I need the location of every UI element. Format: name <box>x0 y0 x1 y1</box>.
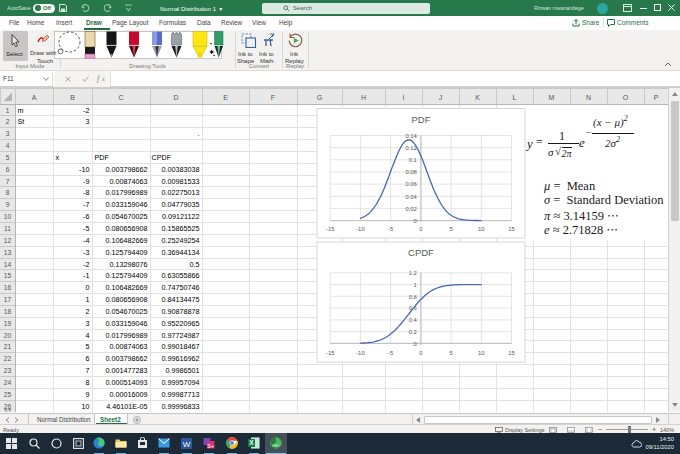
svg-text:0.63055866: 0.63055866 <box>162 271 200 280</box>
svg-text:X: X <box>249 439 254 446</box>
svg-text:C: C <box>118 94 123 101</box>
svg-text:0.054670025: 0.054670025 <box>106 307 148 316</box>
svg-text:-5: -5 <box>388 350 394 356</box>
svg-text:10: 10 <box>82 402 90 411</box>
svg-text:L: L <box>513 94 517 101</box>
svg-text:B: B <box>70 94 75 101</box>
svg-text:0.06: 0.06 <box>405 181 417 187</box>
svg-text:0.033159046: 0.033159046 <box>106 200 148 209</box>
svg-text:9: 9 <box>86 390 90 399</box>
svg-text:0.017996989: 0.017996989 <box>106 331 148 340</box>
svg-text:0.003798662: 0.003798662 <box>106 354 148 363</box>
svg-text:-5: -5 <box>388 226 394 232</box>
svg-text:18: 18 <box>4 308 12 315</box>
svg-text:10: 10 <box>478 226 485 232</box>
svg-text:PDF: PDF <box>412 114 431 125</box>
svg-text:P: P <box>654 94 659 101</box>
svg-text:-6: -6 <box>83 212 89 221</box>
svg-text:21: 21 <box>4 343 12 350</box>
svg-text:0.00874063: 0.00874063 <box>110 342 148 351</box>
svg-text:3: 3 <box>6 130 10 137</box>
svg-text:4.46101E-05: 4.46101E-05 <box>106 402 147 411</box>
svg-text:-10: -10 <box>356 350 365 356</box>
svg-text:-10: -10 <box>79 165 89 174</box>
svg-text:PDF: PDF <box>95 153 110 162</box>
svg-text:0.00874063: 0.00874063 <box>110 177 148 186</box>
svg-text:17: 17 <box>4 296 12 303</box>
svg-text:-10: -10 <box>356 226 365 232</box>
svg-text:0.84134475: 0.84134475 <box>162 295 200 304</box>
svg-text:8: 8 <box>86 378 90 387</box>
svg-text:M: M <box>549 94 555 101</box>
svg-text:0.99987713: 0.99987713 <box>162 390 200 399</box>
svg-text:0.74750746: 0.74750746 <box>162 283 200 292</box>
svg-text:12: 12 <box>4 237 12 244</box>
svg-text:3: 3 <box>86 117 90 126</box>
svg-text:-7: -7 <box>83 200 89 209</box>
svg-text:25: 25 <box>4 391 12 398</box>
svg-text:9: 9 <box>6 201 10 208</box>
svg-text:0.14: 0.14 <box>405 133 417 139</box>
svg-text:0.00016009: 0.00016009 <box>110 390 148 399</box>
svg-text:J: J <box>439 94 443 101</box>
svg-text:CPDF: CPDF <box>152 153 172 162</box>
svg-text:0.1: 0.1 <box>409 157 417 163</box>
svg-text:23: 23 <box>4 367 12 374</box>
svg-text:I: I <box>403 94 405 101</box>
svg-text:5: 5 <box>86 342 90 351</box>
svg-text:-5: -5 <box>83 224 89 233</box>
svg-text:3: 3 <box>86 319 90 328</box>
svg-text:0.106482669: 0.106482669 <box>106 283 148 292</box>
svg-text:0.04: 0.04 <box>405 194 417 200</box>
svg-text:7: 7 <box>6 178 10 185</box>
svg-text:x: x <box>56 153 60 162</box>
svg-text:10: 10 <box>4 213 12 220</box>
svg-text:-3: -3 <box>83 248 89 257</box>
svg-text:8: 8 <box>6 189 10 196</box>
svg-text:-15: -15 <box>326 226 335 232</box>
svg-text:24: 24 <box>4 379 12 386</box>
svg-text:0.02: 0.02 <box>405 206 416 212</box>
svg-text:-2: -2 <box>83 106 89 115</box>
svg-text:0.017996989: 0.017996989 <box>106 188 148 197</box>
svg-text:0.5: 0.5 <box>190 260 200 269</box>
svg-text:G: G <box>317 94 322 101</box>
svg-text:7: 7 <box>86 366 90 375</box>
svg-text:1: 1 <box>414 282 417 288</box>
svg-text:0.08: 0.08 <box>405 169 417 175</box>
svg-text:1.2: 1.2 <box>409 270 417 276</box>
svg-text:O: O <box>623 94 629 101</box>
svg-text:0.95220965: 0.95220965 <box>162 319 200 328</box>
svg-text:W: W <box>183 439 191 448</box>
svg-text:15: 15 <box>4 272 12 279</box>
svg-text:0.90878878: 0.90878878 <box>162 307 200 316</box>
svg-text:E: E <box>223 94 228 101</box>
svg-text:-8: -8 <box>83 188 89 197</box>
svg-text:6: 6 <box>6 166 10 173</box>
svg-text:A: A <box>32 94 37 101</box>
svg-text:-15: -15 <box>326 350 335 356</box>
svg-text:22: 22 <box>4 355 12 362</box>
svg-text:0.054670025: 0.054670025 <box>106 212 148 221</box>
svg-text:0: 0 <box>86 283 90 292</box>
svg-text:0.13298076: 0.13298076 <box>110 260 148 269</box>
svg-text:0.09121122: 0.09121122 <box>162 212 199 221</box>
svg-text:0.99616962: 0.99616962 <box>162 354 200 363</box>
svg-text:St: St <box>18 117 25 126</box>
svg-text:0.2: 0.2 <box>409 329 417 335</box>
svg-text:27: 27 <box>4 408 12 412</box>
svg-text:0.99018467: 0.99018467 <box>162 342 200 351</box>
svg-text:0.001477283: 0.001477283 <box>106 366 148 375</box>
svg-text:0.080656908: 0.080656908 <box>106 295 148 304</box>
svg-text:H: H <box>361 94 366 101</box>
svg-text:-4: -4 <box>83 236 89 245</box>
svg-text:0.97724987: 0.97724987 <box>162 331 200 340</box>
svg-text:2: 2 <box>86 307 90 316</box>
svg-text:-1: -1 <box>83 271 89 280</box>
svg-text:0.8: 0.8 <box>409 294 418 300</box>
svg-text:5: 5 <box>6 154 10 161</box>
svg-text:0.106482669: 0.106482669 <box>106 236 148 245</box>
svg-text:K: K <box>475 94 480 101</box>
svg-text:4: 4 <box>6 142 10 149</box>
svg-text:1: 1 <box>86 295 90 304</box>
